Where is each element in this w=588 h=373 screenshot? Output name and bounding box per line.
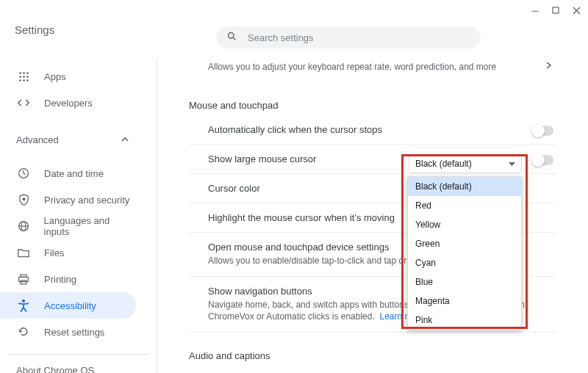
- svg-line-4: [233, 37, 235, 40]
- sidebar-item-label: Developers: [44, 98, 93, 109]
- row-primary: Automatically click when the cursor stop…: [208, 124, 555, 135]
- page-title: Settings: [15, 23, 54, 36]
- cursor-color-dropdown: Black (default) Black (default) Red Yell…: [404, 154, 529, 330]
- dropdown-option[interactable]: Cyan: [408, 253, 521, 272]
- code-icon: [16, 95, 31, 110]
- sidebar-item-apps[interactable]: Apps: [0, 63, 136, 90]
- accessibility-icon: [16, 298, 31, 313]
- dropdown-option[interactable]: Red: [408, 196, 521, 215]
- window-controls: ─: [528, 3, 584, 18]
- chevron-up-icon: [121, 134, 129, 145]
- section-audio: Audio and captions: [189, 350, 556, 361]
- svg-point-7: [26, 72, 29, 74]
- svg-rect-0: [553, 7, 559, 13]
- sidebar-item-files[interactable]: Files: [0, 239, 136, 266]
- dropdown-option[interactable]: Green: [408, 234, 521, 253]
- apps-icon: [16, 69, 31, 84]
- toggle-large-cursor[interactable]: [533, 155, 553, 165]
- svg-point-6: [23, 72, 25, 74]
- svg-rect-21: [21, 280, 26, 284]
- minimize-icon[interactable]: ─: [528, 3, 542, 18]
- sidebar-item-label: Accessibility: [44, 300, 96, 311]
- dropdown-option[interactable]: Black (default): [408, 177, 521, 196]
- folder-icon: [16, 245, 31, 260]
- search-icon: [226, 31, 248, 44]
- sidebar-item-label: Apps: [44, 71, 66, 82]
- sidebar-item-accessibility[interactable]: Accessibility: [0, 292, 136, 319]
- about-link[interactable]: About Chrome OS: [0, 355, 157, 373]
- row-secondary: Allows you to adjust your keyboard repea…: [208, 61, 555, 73]
- sidebar-item-developers[interactable]: Developers: [0, 90, 136, 116]
- sidebar-section-advanced[interactable]: Advanced: [0, 126, 136, 153]
- sidebar-item-label: Privacy and security: [44, 195, 129, 206]
- printer-icon: [16, 272, 31, 286]
- svg-point-11: [19, 79, 21, 82]
- svg-point-12: [23, 79, 25, 82]
- sidebar-section-label: Advanced: [16, 134, 59, 145]
- sidebar: Apps Developers Advanced Date and time P…: [0, 59, 157, 373]
- dropdown-selected: Black (default): [415, 159, 472, 169]
- row-auto-click: Automatically click when the cursor stop…: [189, 115, 556, 145]
- dropdown-option[interactable]: Magenta: [408, 291, 521, 311]
- svg-point-22: [22, 300, 25, 303]
- dropdown-option[interactable]: Pink: [408, 311, 521, 330]
- dropdown-option[interactable]: Yellow: [408, 215, 521, 234]
- globe-icon: [16, 219, 31, 233]
- sidebar-item-label: Reset settings: [44, 327, 104, 338]
- dropdown-option[interactable]: Blue: [408, 272, 521, 291]
- row-captions[interactable]: Captions: [189, 366, 556, 373]
- section-mouse: Mouse and touchpad: [189, 100, 556, 111]
- svg-point-3: [229, 33, 234, 39]
- svg-point-9: [23, 76, 25, 78]
- reset-icon: [16, 325, 31, 339]
- sidebar-item-datetime[interactable]: Date and time: [0, 160, 136, 186]
- shield-icon: [16, 192, 31, 207]
- sidebar-item-printing[interactable]: Printing: [0, 266, 136, 292]
- sidebar-item-label: Languages and inputs: [44, 215, 136, 237]
- svg-point-13: [26, 79, 29, 82]
- chevron-right-icon: [546, 60, 552, 71]
- dropdown-menu: Black (default) Red Yellow Green Cyan Bl…: [407, 176, 522, 330]
- row-keyboard-hint[interactable]: Allows you to adjust your keyboard repea…: [189, 50, 556, 82]
- svg-point-10: [26, 76, 29, 78]
- close-icon[interactable]: [569, 3, 584, 18]
- dropdown-button[interactable]: Black (default): [409, 154, 522, 173]
- svg-point-15: [22, 198, 25, 200]
- svg-point-5: [19, 72, 21, 74]
- sidebar-item-label: Files: [44, 247, 64, 258]
- clock-icon: [16, 166, 31, 181]
- chevron-down-icon: [509, 159, 515, 169]
- svg-point-8: [19, 76, 21, 78]
- sidebar-item-reset[interactable]: Reset settings: [0, 319, 136, 345]
- search-input[interactable]: [248, 32, 470, 43]
- sidebar-item-privacy[interactable]: Privacy and security: [0, 186, 136, 213]
- search-field[interactable]: [216, 26, 481, 48]
- sidebar-item-label: Printing: [44, 274, 76, 285]
- toggle-auto-click[interactable]: [533, 126, 553, 136]
- sidebar-item-label: Date and time: [44, 168, 104, 179]
- maximize-icon[interactable]: [548, 3, 563, 18]
- sidebar-item-languages[interactable]: Languages and inputs: [0, 213, 136, 239]
